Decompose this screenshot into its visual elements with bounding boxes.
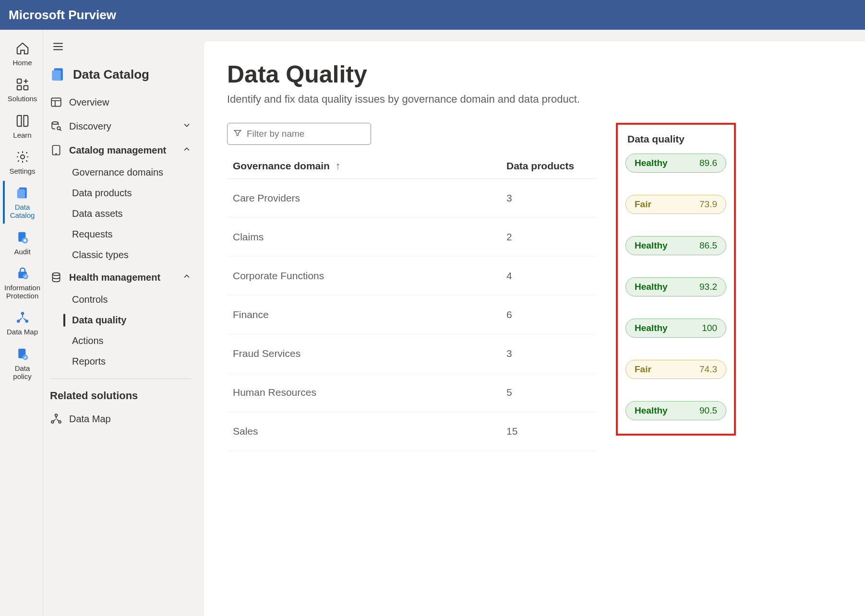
tablet-icon bbox=[50, 144, 62, 156]
svg-rect-18 bbox=[51, 98, 61, 106]
rail-home[interactable]: Home bbox=[3, 36, 40, 71]
quality-value: 90.5 bbox=[699, 405, 717, 416]
rail-label: Information Protection bbox=[4, 284, 40, 300]
nav-related-data-map[interactable]: Data Map bbox=[47, 407, 194, 431]
nav-classic-types[interactable]: Classic types bbox=[47, 245, 194, 265]
quality-label: Healthy bbox=[635, 282, 668, 292]
table-row[interactable]: Finance6 bbox=[227, 296, 597, 334]
nav-catalog-management[interactable]: Catalog management bbox=[47, 138, 194, 162]
filter-by-name[interactable] bbox=[227, 123, 371, 145]
rail-data-policy[interactable]: Data policy bbox=[3, 342, 40, 385]
rail-data-map[interactable]: Data Map bbox=[3, 306, 40, 340]
gear-icon bbox=[15, 150, 30, 164]
svg-point-11 bbox=[21, 312, 24, 315]
nav-actions[interactable]: Actions bbox=[47, 331, 194, 351]
chevron-up-icon bbox=[182, 144, 192, 156]
svg-rect-5 bbox=[17, 190, 24, 199]
quality-badge: Healthy100 bbox=[625, 319, 726, 338]
nav-reports[interactable]: Reports bbox=[47, 351, 194, 372]
data-catalog-icon bbox=[50, 66, 66, 83]
table-row[interactable]: Claims2 bbox=[227, 218, 597, 257]
cell-products: 4 bbox=[501, 257, 597, 296]
table-row[interactable]: Sales15 bbox=[227, 412, 597, 451]
quality-value: 100 bbox=[702, 323, 717, 333]
nav-overview[interactable]: Overview bbox=[47, 90, 194, 114]
chevron-up-icon bbox=[182, 272, 192, 284]
data-catalog-icon bbox=[15, 186, 30, 200]
sort-ascending-icon: ↑ bbox=[333, 160, 340, 171]
related-solutions-label: Related solutions bbox=[47, 386, 194, 407]
svg-point-20 bbox=[57, 127, 60, 130]
nodes-icon bbox=[50, 413, 62, 425]
book-icon bbox=[15, 114, 30, 128]
table-row[interactable]: Human Resources5 bbox=[227, 373, 597, 412]
svg-point-22 bbox=[52, 273, 60, 276]
policy-icon bbox=[15, 347, 30, 361]
main-panel: Data Quality Identify and fix data quali… bbox=[199, 30, 865, 616]
svg-rect-2 bbox=[24, 86, 28, 90]
quality-label: Healthy bbox=[635, 240, 668, 251]
svg-rect-0 bbox=[17, 79, 21, 83]
svg-point-3 bbox=[21, 155, 24, 159]
cell-products: 3 bbox=[501, 179, 597, 218]
nav-governance-domains[interactable]: Governance domains bbox=[47, 162, 194, 183]
left-rail: Home Solutions Learn Settings Data Catal… bbox=[0, 30, 43, 616]
cell-domain: Corporate Functions bbox=[227, 257, 501, 296]
svg-rect-17 bbox=[52, 71, 60, 81]
data-quality-highlight: Data quality Healthy89.6Fair73.9Healthy8… bbox=[616, 123, 736, 436]
nav-data-assets[interactable]: Data assets bbox=[47, 203, 194, 224]
nav-label: Discovery bbox=[69, 121, 111, 132]
table-row[interactable]: Fraud Services3 bbox=[227, 334, 597, 373]
cell-domain: Human Resources bbox=[227, 373, 501, 412]
rail-learn[interactable]: Learn bbox=[3, 109, 40, 143]
cell-domain: Claims bbox=[227, 218, 501, 257]
nodes-icon bbox=[15, 310, 30, 325]
rail-settings[interactable]: Settings bbox=[3, 145, 40, 179]
nav-label: Data Map bbox=[69, 414, 111, 425]
quality-badge: Healthy89.6 bbox=[625, 154, 726, 173]
quality-badge: Fair73.9 bbox=[625, 195, 726, 214]
quality-label: Healthy bbox=[635, 323, 668, 333]
col-data-quality[interactable]: Data quality bbox=[625, 130, 726, 154]
grid-plus-icon bbox=[15, 77, 30, 92]
quality-value: 89.6 bbox=[699, 158, 717, 168]
nav-health-management[interactable]: Health management bbox=[47, 265, 194, 289]
chevron-down-icon bbox=[182, 120, 192, 132]
rail-solutions[interactable]: Solutions bbox=[3, 72, 40, 107]
divider bbox=[50, 379, 192, 379]
nav-label: Catalog management bbox=[69, 145, 166, 156]
cell-products: 5 bbox=[501, 373, 597, 412]
rail-label: Data policy bbox=[6, 364, 39, 381]
quality-badge: Healthy93.2 bbox=[625, 277, 726, 296]
nav-discovery[interactable]: Discovery bbox=[47, 114, 194, 138]
cell-domain: Care Providers bbox=[227, 179, 501, 218]
table-row[interactable]: Corporate Functions4 bbox=[227, 257, 597, 296]
col-governance-domain[interactable]: Governance domain ↑ bbox=[227, 154, 501, 179]
rail-data-catalog[interactable]: Data Catalog bbox=[3, 181, 40, 224]
cell-domain: Fraud Services bbox=[227, 334, 501, 373]
svg-point-24 bbox=[51, 421, 54, 423]
nav-data-quality[interactable]: Data quality bbox=[47, 310, 194, 331]
nav-requests[interactable]: Requests bbox=[47, 224, 194, 245]
rail-audit[interactable]: Audit bbox=[3, 225, 40, 260]
rail-label: Home bbox=[12, 59, 32, 67]
rail-label: Data Map bbox=[7, 328, 38, 336]
nav-data-products[interactable]: Data products bbox=[47, 183, 194, 203]
nav-label: Overview bbox=[69, 97, 109, 108]
table-row[interactable]: Care Providers3 bbox=[227, 179, 597, 218]
lock-shield-icon bbox=[15, 266, 30, 281]
home-icon bbox=[15, 41, 30, 56]
quality-value: 93.2 bbox=[699, 282, 717, 292]
filter-input[interactable] bbox=[247, 129, 365, 139]
quality-badge: Healthy86.5 bbox=[625, 236, 726, 255]
col-data-products[interactable]: Data products bbox=[501, 154, 597, 179]
secondary-nav: Data Catalog Overview Discovery Catalog … bbox=[43, 30, 199, 616]
filter-icon bbox=[233, 129, 242, 140]
nav-controls[interactable]: Controls bbox=[47, 289, 194, 310]
domains-table: Governance domain ↑ Data products Care P… bbox=[227, 154, 597, 451]
hamburger-button[interactable] bbox=[47, 36, 194, 63]
rail-information-protection[interactable]: Information Protection bbox=[3, 261, 40, 304]
rail-label: Data Catalog bbox=[6, 203, 39, 220]
col-label: Governance domain bbox=[233, 160, 330, 171]
layout-icon bbox=[50, 96, 62, 108]
